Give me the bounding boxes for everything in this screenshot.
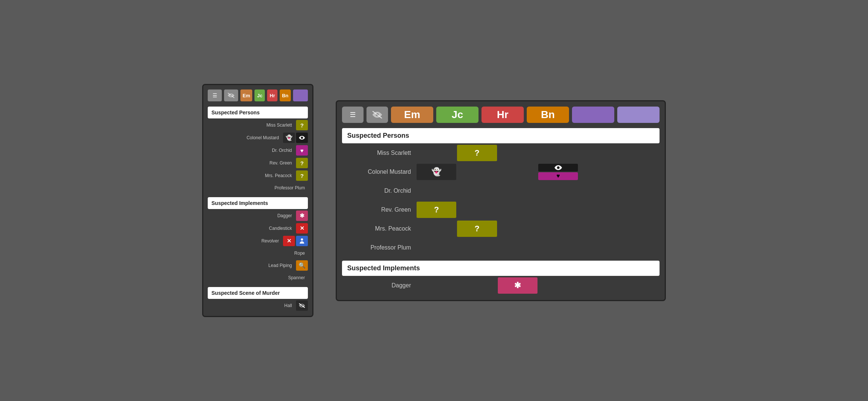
cell-cm-heart[interactable]: ♥ (538, 172, 578, 180)
cell-cm-6[interactable] (619, 164, 659, 180)
cell-ms-1[interactable] (417, 145, 456, 161)
cell-rg-2[interactable] (457, 202, 497, 218)
cell-pp-6[interactable] (619, 239, 659, 256)
row-candlestick: Candlestick ✕ (208, 222, 308, 234)
cell-pp-2[interactable] (457, 239, 497, 256)
cell-ms-3[interactable] (498, 145, 537, 161)
cell-mp-4[interactable] (538, 221, 578, 237)
row-spanner: Spanner (208, 272, 308, 283)
cell-mp-5[interactable] (579, 221, 618, 237)
svg-point-1 (301, 238, 303, 241)
cell-colonel-mustard-eye[interactable] (296, 133, 308, 143)
large-label-mrs-peacock: Mrs. Peacock (342, 225, 416, 232)
cell-do-5[interactable] (579, 183, 618, 199)
large-cells-rev-green: ? (416, 201, 660, 218)
cell-rg-5[interactable] (579, 202, 618, 218)
large-player-6 (617, 107, 660, 123)
cell-do-4[interactable] (538, 183, 578, 199)
cell-mp-6[interactable] (619, 221, 659, 237)
large-menu-button[interactable]: ☰ (342, 107, 364, 123)
row-rev-green: Rev. Green ? (208, 157, 308, 169)
cell-cm-2[interactable] (457, 164, 497, 180)
large-implements-section: Suspected Implements Dagger ✱ (342, 261, 660, 295)
label-dr-orchid: Dr. Orchid (208, 148, 295, 153)
row-mrs-peacock: Mrs. Peacock ? (208, 170, 308, 182)
label-professor-plum: Professor Plum (208, 185, 308, 190)
cell-dg-3[interactable]: ✱ (498, 277, 537, 294)
large-cells-professor-plum (416, 239, 660, 256)
cell-pp-1[interactable] (417, 239, 456, 256)
cell-ms-2[interactable]: ? (457, 145, 497, 161)
large-row-dagger: Dagger ✱ (342, 276, 660, 295)
large-player-jc: Jc (436, 107, 479, 123)
large-player-bn: Bn (527, 107, 569, 123)
cell-pp-4[interactable] (538, 239, 578, 256)
cell-dr-orchid-heart[interactable]: ♥ (296, 145, 308, 156)
cell-cm-1[interactable]: 👻 (417, 164, 456, 180)
cell-rg-6[interactable] (619, 202, 659, 218)
cell-dg-5[interactable] (579, 277, 618, 294)
label-candlestick: Candlestick (208, 226, 295, 231)
cell-cm-4-stack: ♥ (538, 164, 578, 180)
label-spanner: Spanner (208, 275, 308, 280)
cell-cm-eye[interactable] (538, 164, 578, 172)
row-colonel-mustard: Colonel Mustard 👻 (208, 132, 308, 144)
large-cells-dagger: ✱ (416, 277, 660, 294)
cell-lead-piping-search[interactable]: 🔍 (296, 260, 308, 271)
cell-revolver-person[interactable] (296, 236, 308, 246)
cell-colonel-mustard-ghost[interactable]: 👻 (283, 133, 295, 143)
large-label-professor-plum: Professor Plum (342, 244, 416, 251)
cell-do-1[interactable] (417, 183, 456, 199)
label-revolver: Revolver (208, 238, 282, 244)
cell-cm-5[interactable] (579, 164, 618, 180)
cell-rg-4[interactable] (538, 202, 578, 218)
large-panel: ☰ Em Jc Hr Bn Suspected Persons Miss Sca… (336, 100, 666, 301)
cell-dg-1[interactable] (417, 277, 456, 294)
cell-ms-4[interactable] (538, 145, 578, 161)
large-hide-button[interactable] (366, 107, 388, 123)
large-cells-colonel-mustard: 👻 ♥ (416, 163, 660, 180)
cell-ms-5[interactable] (579, 145, 618, 161)
row-professor-plum: Professor Plum (208, 182, 308, 193)
cell-pp-3[interactable] (498, 239, 537, 256)
label-colonel-mustard: Colonel Mustard (208, 135, 282, 140)
cell-mp-1[interactable] (417, 221, 456, 237)
cell-mrs-peacock-q[interactable]: ? (296, 170, 308, 181)
scenes-header: Suspected Scene of Murder (208, 287, 308, 299)
large-row-miss-scarlett: Miss Scarlett ? (342, 144, 660, 162)
cell-dagger-star[interactable]: ✱ (296, 211, 308, 221)
small-panel: ☰ Em Jc Hr Bn Suspected Persons Miss Sca… (202, 84, 313, 317)
cell-cm-3[interactable] (498, 164, 537, 180)
cell-dg-2[interactable] (457, 277, 497, 294)
cell-do-6[interactable] (619, 183, 659, 199)
cell-rg-3[interactable] (498, 202, 537, 218)
cell-candlestick-cross[interactable]: ✕ (296, 223, 308, 234)
cell-do-3[interactable] (498, 183, 537, 199)
persons-header: Suspected Persons (208, 107, 308, 118)
cell-ms-6[interactable] (619, 145, 659, 161)
cell-dg-4[interactable] (538, 277, 578, 294)
cell-rg-1[interactable]: ? (417, 202, 456, 218)
cell-do-2[interactable] (457, 183, 497, 199)
cell-revolver-cross[interactable]: ✕ (283, 236, 295, 246)
row-dagger: Dagger ✱ (208, 210, 308, 222)
cell-hall-hide[interactable] (296, 300, 308, 311)
large-row-rev-green: Rev. Green ? (342, 200, 660, 219)
player-hr-badge: Hr (267, 89, 277, 101)
player-jc-badge: Jc (254, 89, 265, 101)
cell-mp-3[interactable] (498, 221, 537, 237)
label-hall: Hall (208, 303, 295, 308)
cell-rev-green-q[interactable]: ? (296, 158, 308, 168)
large-persons-header: Suspected Persons (342, 128, 660, 143)
large-label-dr-orchid: Dr. Orchid (342, 188, 416, 194)
cell-mp-2[interactable]: ? (457, 221, 497, 237)
row-dr-orchid: Dr. Orchid ♥ (208, 144, 308, 156)
menu-button[interactable]: ☰ (208, 89, 222, 101)
cell-pp-5[interactable] (579, 239, 618, 256)
row-hall: Hall (208, 300, 308, 312)
cell-miss-scarlett-q[interactable]: ? (296, 120, 308, 130)
hide-button[interactable] (224, 89, 238, 101)
cell-dg-6[interactable] (619, 277, 659, 294)
player-5-badge (293, 89, 308, 101)
player-em-badge: Em (240, 89, 252, 101)
